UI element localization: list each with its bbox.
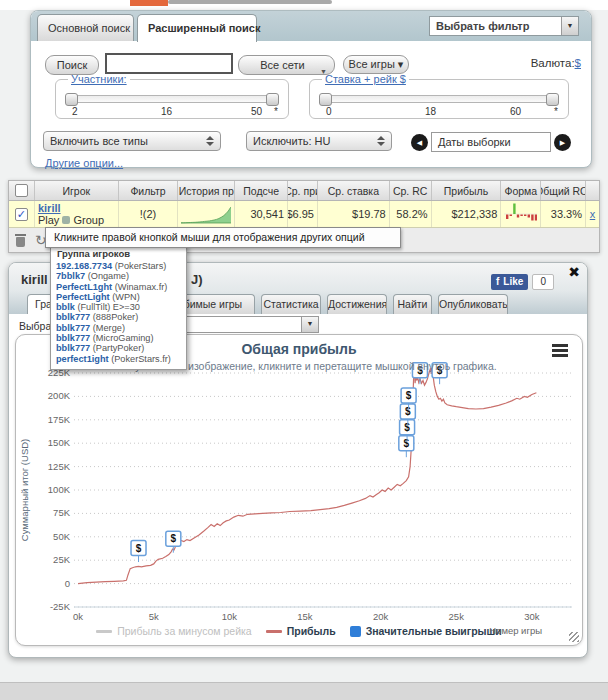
resize-handle-icon[interactable]: [569, 632, 579, 642]
stake-slider[interactable]: [320, 95, 558, 103]
include-types-select[interactable]: Включить все типы: [43, 131, 221, 151]
select-all-cell: [9, 181, 35, 200]
svg-text:25k: 25k: [449, 611, 465, 622]
filter-cell: !(2): [119, 201, 179, 227]
tab-advanced-search[interactable]: Расширенный поиск: [137, 14, 257, 42]
xaxis-title: Номер игры: [489, 625, 542, 636]
participants-slider-labels: 2 16 50 *: [66, 106, 278, 118]
column-header[interactable]: История пр: [178, 181, 235, 200]
count-cell: 30,541: [235, 201, 288, 227]
column-header[interactable]: [586, 181, 599, 200]
column-header[interactable]: Ср. при: [288, 181, 318, 200]
column-header[interactable]: Игрок: [35, 181, 119, 200]
column-header[interactable]: Подсче: [235, 181, 288, 200]
avg-prize-cell: $6.95: [288, 201, 318, 227]
participants-legend-link[interactable]: Участники:: [71, 73, 127, 85]
facebook-like: fLike 0: [491, 274, 554, 290]
dates-prev-button[interactable]: ◀: [411, 134, 428, 151]
form-bars: [504, 203, 537, 225]
popup-account-item[interactable]: 7bblk7 (Ongame): [51, 271, 186, 281]
participants-slider[interactable]: [66, 95, 278, 103]
stake-slider-handle-min[interactable]: [319, 93, 332, 106]
close-icon[interactable]: ✖: [568, 264, 580, 280]
svg-text:-25K: -25K: [50, 601, 71, 612]
top-gray-strip: [168, 0, 332, 4]
profit-chart-svg[interactable]: -25K025K50K75K100K125K150K175K200K225K0k…: [17, 336, 582, 645]
popup-account-item[interactable]: bblk777 (PartyPoker): [51, 343, 186, 353]
participants-label-mid: 16: [161, 106, 172, 117]
column-header[interactable]: Фильтр: [119, 181, 179, 200]
popup-account-item[interactable]: bblk777 (888Poker): [51, 312, 186, 322]
trash-icon[interactable]: [15, 234, 26, 247]
tab-player-5[interactable]: Опубликовать: [438, 294, 508, 314]
svg-text:125K: 125K: [48, 461, 71, 472]
legend-item[interactable]: Значительные выигрыши: [350, 625, 502, 637]
remove-row-link[interactable]: x: [590, 208, 596, 220]
svg-text:$: $: [404, 422, 410, 433]
stake-label-max: 60: [510, 106, 521, 117]
svg-text:15k: 15k: [297, 611, 313, 622]
svg-text:30k: 30k: [524, 611, 540, 622]
participants-slider-handle-min[interactable]: [65, 93, 78, 106]
popup-account-item[interactable]: PerfectL1ght (Winamax.fr): [51, 282, 186, 292]
stake-slider-handle-max[interactable]: [546, 93, 559, 106]
tab-player-2[interactable]: Статистика: [261, 294, 321, 314]
chevron-down-icon[interactable]: ▼: [301, 317, 318, 332]
popup-items: 192.168.7734 (PokerStars)7bblk7 (Ongame)…: [51, 261, 186, 364]
legend-item[interactable]: Прибыль за минусом рейка: [96, 625, 251, 637]
popup-account-item[interactable]: bblk777 (MicroGaming): [51, 333, 186, 343]
svg-text:$: $: [171, 533, 177, 544]
chevron-down-icon[interactable]: ▼: [561, 17, 578, 35]
column-header[interactable]: Форма: [501, 181, 541, 200]
popup-account-item[interactable]: bblk (FullTilt) E>=30: [51, 302, 186, 312]
search-button[interactable]: Поиск: [45, 55, 99, 75]
participants-star: *: [274, 106, 278, 117]
popup-account-item[interactable]: bblk777 (Merge): [51, 323, 186, 333]
updown-icon: [377, 136, 385, 146]
updown-icon: [206, 136, 214, 146]
search-input[interactable]: [105, 53, 233, 74]
column-header[interactable]: Ср. ставка: [318, 181, 390, 200]
chart-menu-icon[interactable]: [552, 344, 568, 359]
filter-select-value: Выбрать фильтр: [430, 17, 561, 35]
results-table-header: ИгрокФильтрИстория прПодсчеСр. приСр. ст…: [9, 181, 599, 201]
currency-dollar-link[interactable]: $: [575, 57, 581, 69]
table-row[interactable]: ✓ kirill Play Group !(2) 30,541 $6.95 $1…: [9, 201, 599, 228]
exclude-select[interactable]: Исключить: HU: [246, 131, 392, 151]
dates-next-button[interactable]: ▶: [554, 134, 571, 151]
form-cell: [501, 201, 541, 227]
column-header[interactable]: Прибыль: [432, 181, 502, 200]
column-header[interactable]: Общий RO:: [541, 181, 586, 200]
svg-text:10k: 10k: [222, 611, 238, 622]
svg-text:50K: 50K: [53, 531, 71, 542]
tab-player-4[interactable]: Найти: [393, 294, 432, 314]
column-header[interactable]: Ср. RC: [390, 181, 432, 200]
select-all-checkbox[interactable]: [15, 184, 28, 197]
other-options-link[interactable]: Другие опции...: [45, 157, 123, 169]
legend-item[interactable]: Прибыль: [266, 625, 336, 637]
avg-rc-cell: 58.2%: [390, 201, 432, 227]
svg-text:Суммарный итог (USD): Суммарный итог (USD): [19, 439, 30, 541]
popup-account-item[interactable]: 192.168.7734 (PokerStars): [51, 261, 186, 271]
include-types-value: Включить все типы: [50, 135, 148, 147]
tab-player-3[interactable]: Достижения: [327, 294, 387, 314]
row-checkbox[interactable]: ✓: [15, 208, 28, 221]
popup-account-item[interactable]: PerfectLight (WPN): [51, 292, 186, 302]
dates-button[interactable]: Даты выборки: [431, 132, 551, 152]
networks-select[interactable]: Все сети ▼: [238, 55, 335, 75]
svg-text:150K: 150K: [48, 437, 71, 448]
games-button[interactable]: Все игры ▾: [343, 55, 409, 74]
popup-account-item[interactable]: perfect1ight (PokerStars.fr): [51, 354, 186, 364]
top-orange-strip: [130, 0, 168, 6]
tab-basic-search[interactable]: Основной поиск: [37, 14, 134, 41]
accounts-popup: Группа игроков 192.168.7734 (PokerStars)…: [50, 243, 187, 370]
player-link[interactable]: kirill: [38, 202, 61, 214]
svg-text:200K: 200K: [48, 390, 71, 401]
stake-legend-link[interactable]: Ставка + рейк $: [325, 73, 406, 85]
stake-slider-labels: 0 18 60 *: [320, 106, 558, 118]
facebook-like-button[interactable]: fLike: [491, 274, 528, 290]
networks-select-value: Все сети: [260, 59, 304, 71]
participants-fieldset: Участники: 2 16 50 *: [55, 73, 289, 119]
filter-select[interactable]: Выбрать фильтр ▼: [429, 16, 579, 36]
participants-slider-handle-max[interactable]: [266, 93, 279, 106]
